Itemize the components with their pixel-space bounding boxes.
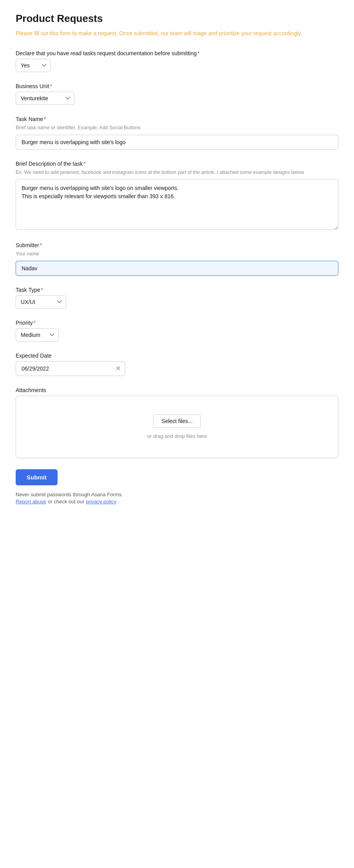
footer-links: Report abuse or check out our privacy po… [16, 499, 338, 505]
submit-button[interactable]: Submit [16, 469, 58, 485]
page-subtitle: Please fill out this form to make a requ… [16, 29, 338, 38]
task-name-field: Task Name* Brief task name or identifier… [16, 116, 338, 150]
submitter-hint: Your name [16, 251, 338, 258]
submitter-label: Submitter* [16, 242, 338, 248]
task-name-label: Task Name* [16, 116, 338, 122]
description-hint: Ex: We need to add pinterest, facebook a… [16, 169, 338, 176]
description-label: Brief Description of the task* [16, 161, 338, 167]
task-type-label: Task Type* [16, 287, 338, 293]
expected-date-field: Expected Date ✕ [16, 353, 338, 376]
priority-label: Priority* [16, 320, 338, 326]
page-title: Product Requests [16, 13, 338, 25]
privacy-policy-link[interactable]: privacy policy [86, 499, 116, 505]
description-textarea[interactable]: Burger menu is overlapping with site's l… [16, 179, 338, 230]
submitter-input[interactable] [16, 261, 338, 276]
task-type-select[interactable]: UX/UI Development Content Design [16, 295, 66, 309]
business-unit-field: Business Unit* Venturekite [16, 83, 338, 105]
drag-drop-text: or drag and drop files here [147, 433, 207, 439]
attachments-dropzone[interactable]: Select files... or drag and drop files h… [16, 396, 338, 458]
declare-label: Declare that you have read tasks request… [16, 50, 338, 56]
expected-date-input[interactable] [16, 361, 125, 376]
priority-select[interactable]: Low Medium High Critical [16, 328, 59, 342]
date-clear-button[interactable]: ✕ [116, 365, 121, 372]
select-files-button[interactable]: Select files... [153, 414, 200, 428]
declare-select[interactable]: Yes No [16, 59, 51, 72]
submitter-field: Submitter* Your name [16, 242, 338, 276]
priority-field: Priority* Low Medium High Critical [16, 320, 338, 342]
task-type-field: Task Type* UX/UI Development Content Des… [16, 287, 338, 309]
attachments-label: Attachments [16, 387, 338, 393]
task-name-input[interactable] [16, 135, 338, 150]
description-field: Brief Description of the task* Ex: We ne… [16, 161, 338, 231]
attachments-field: Attachments Select files... or drag and … [16, 387, 338, 458]
business-unit-select[interactable]: Venturekite [16, 92, 74, 105]
expected-date-label: Expected Date [16, 353, 338, 359]
task-name-hint: Brief task name or identifier. Example: … [16, 125, 338, 132]
declare-field: Declare that you have read tasks request… [16, 50, 338, 72]
business-unit-label: Business Unit* [16, 83, 338, 89]
footer-text: Never submit passwords through Asana For… [16, 491, 338, 499]
date-wrapper: ✕ [16, 361, 125, 376]
report-abuse-link[interactable]: Report abuse [16, 499, 46, 505]
